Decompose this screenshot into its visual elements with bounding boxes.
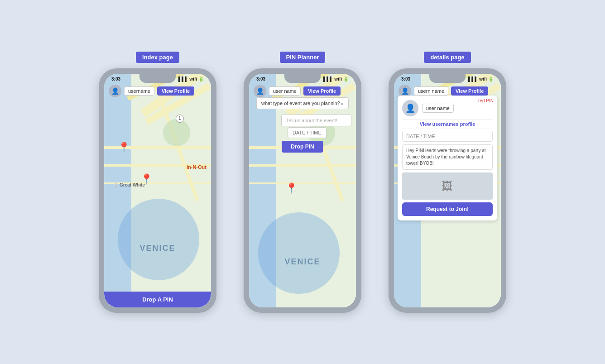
planner-notch: [284, 74, 321, 83]
index-time: 3:03: [111, 77, 120, 81]
svg-rect-17: [249, 182, 356, 184]
planner-tell-input[interactable]: Tell us about the event!: [281, 115, 351, 126]
index-num-badge: 1: [176, 115, 184, 123]
planner-signal-icon: ▌▌▌: [323, 77, 333, 81]
index-view-profile-btn[interactable]: View Profile: [157, 86, 194, 96]
planner-datetime-input[interactable]: DATE / TIME: [288, 127, 327, 138]
index-avatar: 👤: [109, 85, 121, 97]
planner-pin-yellow: 📍: [285, 182, 298, 194]
index-bottom-bar[interactable]: Drop A PIN: [104, 292, 211, 307]
details-time: 3:03: [401, 77, 410, 81]
index-username-box[interactable]: username: [124, 86, 154, 96]
planner-dropdown[interactable]: what type of event are you plannin? ⬦: [256, 97, 349, 109]
index-venice-label: VENICE: [139, 244, 175, 253]
details-description: Hey PINHeads were throwing a party at Ve…: [402, 144, 493, 170]
planner-venice-label: VENICE: [284, 257, 320, 267]
details-notch: [429, 74, 466, 83]
details-signal-icon: ▌▌▌: [468, 77, 478, 81]
index-pin-green: 📍: [118, 142, 130, 153]
index-phone-frame: 3:03 ▌▌▌ wifi 🔋 👤 username View Profile …: [99, 68, 216, 313]
planner-drop-pin-btn[interactable]: Drop PIN: [282, 141, 323, 153]
planner-dropdown-text: what type of event are you plannin?: [261, 101, 340, 106]
details-username-box[interactable]: usern name: [414, 86, 448, 96]
details-status-icons: ▌▌▌ wifi 🔋: [468, 77, 494, 81]
planner-status-icons: ▌▌▌ wifi 🔋: [323, 77, 349, 81]
restaurant-icon: 🍴: [113, 182, 119, 187]
index-circle-overlay: [118, 199, 199, 280]
index-phone-inner: 3:03 ▌▌▌ wifi 🔋 👤 username View Profile …: [104, 74, 211, 307]
planner-datetime-label: DATE / TIME: [293, 130, 322, 135]
planner-top-bar: 👤 user name View Profile: [254, 85, 351, 97]
details-wifi-icon: wifi: [479, 77, 487, 81]
index-label: index page: [136, 52, 179, 63]
details-red-pin-label: red PIN: [478, 98, 494, 103]
details-panel: red PIN 👤 user name View usernames profi…: [398, 96, 497, 220]
planner-section: PIN Planner: [244, 52, 361, 313]
planner-view-profile-btn[interactable]: View Profile: [303, 86, 341, 96]
planner-dropdown-arrow: ⬦: [341, 101, 344, 106]
details-view-profile-btn[interactable]: View Profile: [451, 86, 488, 96]
planner-battery-icon: 🔋: [343, 77, 349, 81]
details-label: details page: [424, 52, 471, 63]
index-notch: [139, 74, 176, 83]
planner-wifi-icon: wifi: [334, 77, 342, 81]
planner-label: PIN Planner: [280, 52, 326, 63]
index-pin-yellow: 📍: [140, 173, 153, 185]
details-battery-icon: 🔋: [488, 77, 494, 81]
index-section: index page: [99, 52, 216, 313]
planner-tell-placeholder: Tell us about the event!: [286, 118, 337, 123]
details-image-placeholder: 🖼: [402, 172, 493, 200]
signal-icon: ▌▌▌: [178, 77, 188, 81]
index-place-innout: In-N-Out: [187, 164, 206, 170]
planner-avatar: 👤: [254, 85, 266, 97]
details-section: details page: [389, 52, 506, 313]
details-panel-username[interactable]: user name: [422, 104, 454, 113]
svg-point-8: [163, 119, 190, 146]
image-icon: 🖼: [442, 180, 453, 192]
index-status-icons: ▌▌▌ wifi 🔋: [178, 77, 204, 81]
planner-username-box[interactable]: user name: [269, 86, 301, 96]
svg-rect-16: [249, 164, 356, 167]
index-top-bar: 👤 username View Profile: [109, 85, 206, 97]
battery-icon: 🔋: [198, 77, 204, 81]
details-view-usernames-profile[interactable]: View usernames profile: [402, 119, 493, 129]
details-datetime-label[interactable]: DATE / TIME: [402, 131, 493, 142]
planner-time: 3:03: [256, 77, 265, 81]
details-phone-frame: 3:03 ▌▌▌ wifi 🔋 👤 usern name View Profil…: [389, 68, 506, 313]
details-panel-avatar: 👤: [402, 100, 418, 116]
planner-phone-frame: 3:03 ▌▌▌ wifi 🔋 👤 user name View Profile…: [244, 68, 361, 313]
planner-phone-inner: 3:03 ▌▌▌ wifi 🔋 👤 user name View Profile…: [249, 74, 356, 307]
details-join-btn[interactable]: Request to Join!: [402, 202, 493, 216]
page-container: index page: [0, 34, 605, 331]
details-phone-inner: 3:03 ▌▌▌ wifi 🔋 👤 usern name View Profil…: [394, 74, 501, 307]
wifi-icon: wifi: [189, 77, 197, 81]
planner-circle-overlay: [258, 212, 340, 294]
